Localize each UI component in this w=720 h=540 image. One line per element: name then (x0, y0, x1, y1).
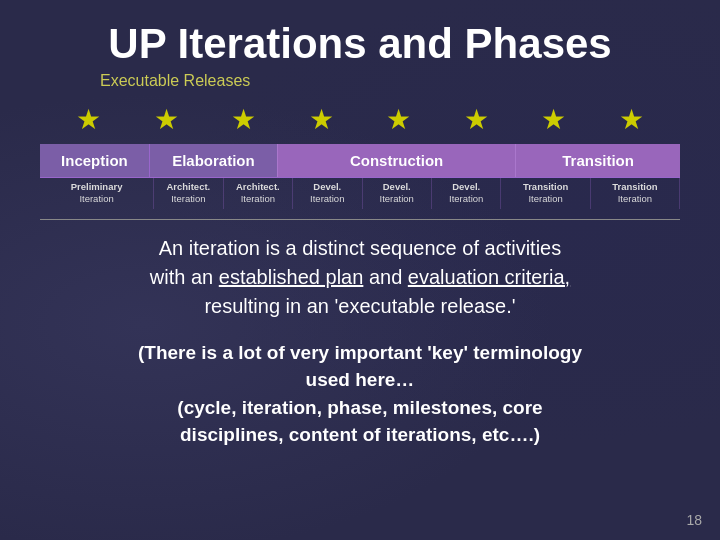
iter-devel2: Devel. Iteration (363, 178, 432, 209)
main-text: An iteration is a distinct sequence of a… (40, 234, 680, 321)
bottom-text: (There is a lot of very important 'key' … (40, 339, 680, 449)
iter-architect2: Architect. Iteration (224, 178, 293, 209)
phase-elaboration: Elaboration (149, 144, 277, 177)
slide-title: UP Iterations and Phases (40, 20, 680, 68)
page-number: 18 (686, 512, 702, 528)
star-6: ★ (464, 106, 489, 134)
phase-inception: Inception (40, 144, 149, 177)
stars-row: ★ ★ ★ ★ ★ ★ ★ ★ (40, 100, 680, 140)
underline-evaluation: evaluation criteria, (408, 266, 570, 288)
star-2: ★ (154, 106, 179, 134)
phase-construction: Construction (277, 144, 515, 177)
iter-devel3: Devel. Iteration (432, 178, 501, 209)
iter-transition1: Transition Iteration (501, 178, 590, 209)
divider (40, 219, 680, 220)
underline-established: established plan (219, 266, 364, 288)
star-4: ★ (309, 106, 334, 134)
iter-transition2: Transition Iteration (591, 178, 680, 209)
subtitle: Executable Releases (100, 72, 680, 90)
iterations-bar: Preliminary Iteration Architect. Iterati… (40, 177, 680, 209)
phase-transition: Transition (515, 144, 680, 177)
star-1: ★ (76, 106, 101, 134)
phases-bar: Inception Elaboration Construction Trans… (40, 144, 680, 177)
iter-devel1: Devel. Iteration (293, 178, 362, 209)
iter-architect1: Architect. Iteration (154, 178, 223, 209)
star-7: ★ (541, 106, 566, 134)
slide: UP Iterations and Phases Executable Rele… (0, 0, 720, 540)
star-8: ★ (619, 106, 644, 134)
star-3: ★ (231, 106, 256, 134)
star-5: ★ (386, 106, 411, 134)
iter-preliminary: Preliminary Iteration (40, 178, 154, 209)
